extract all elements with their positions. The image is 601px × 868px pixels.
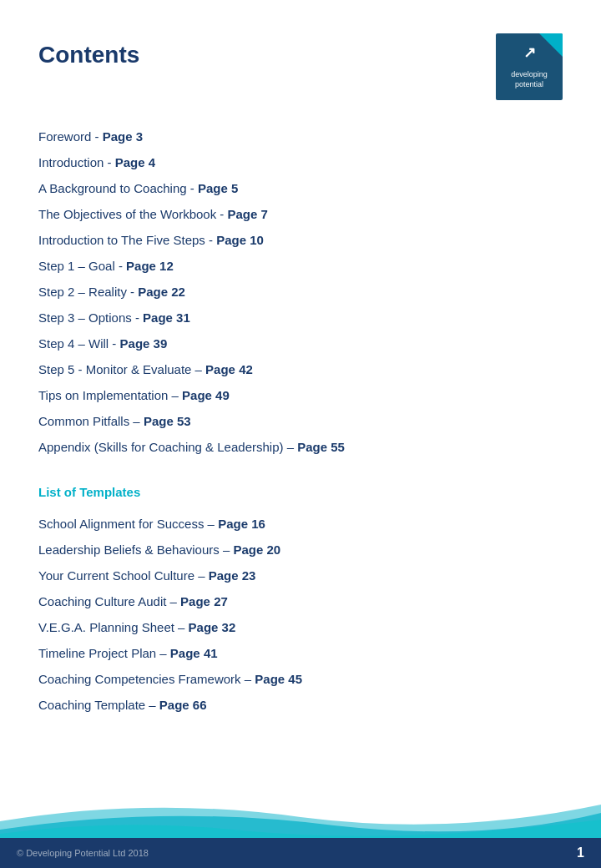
template-item: Timeline Project Plan – Page 41 [38,640,563,666]
logo-text: developing potential [511,70,548,89]
template-item: Coaching Template – Page 66 [38,692,563,718]
template-item: School Alignment for Success – Page 16 [38,511,563,537]
toc-item: The Objectives of the Workbook - Page 7 [38,201,563,227]
toc-item: Appendix (Skills for Coaching & Leadersh… [38,434,563,460]
toc-item: Introduction - Page 4 [38,149,563,175]
logo: ↗ developing potential [496,33,563,100]
toc-item: A Background to Coaching - Page 5 [38,175,563,201]
toc-item: Step 5 - Monitor & Evaluate – Page 42 [38,356,563,382]
main-content: Contents ↗ developing potential Foreword… [0,0,601,788]
toc-item: Step 2 – Reality - Page 22 [38,279,563,305]
footer-bar: © Developing Potential Ltd 2018 1 [0,838,601,868]
footer-wave-decoration [0,788,601,838]
footer-page-number: 1 [577,845,584,860]
logo-arrow-icon: ↗ [523,43,536,62]
template-item: V.E.G.A. Planning Sheet – Page 32 [38,614,563,640]
page-title: Contents [38,42,139,68]
template-item: Your Current School Culture – Page 23 [38,563,563,588]
toc-item: Tips on Implementation – Page 49 [38,382,563,408]
toc-item: Common Pitfalls – Page 53 [38,408,563,434]
toc-item: Step 4 – Will - Page 39 [38,331,563,356]
template-item: Coaching Competencies Framework – Page 4… [38,666,563,692]
toc-item: Introduction to The Five Steps - Page 10 [38,227,563,253]
template-item: Coaching Culture Audit – Page 27 [38,588,563,614]
page: Contents ↗ developing potential Foreword… [0,0,601,868]
table-of-contents: Foreword - Page 3Introduction - Page 4A … [38,124,563,460]
toc-item: Step 3 – Options - Page 31 [38,305,563,331]
footer-copyright: © Developing Potential Ltd 2018 [17,848,149,858]
header-row: Contents ↗ developing potential [38,33,563,100]
template-item: Leadership Beliefs & Behaviours – Page 2… [38,537,563,563]
templates-section-title: List of Templates [38,485,563,499]
templates-list: School Alignment for Success – Page 16Le… [38,511,563,718]
toc-item: Foreword - Page 3 [38,124,563,149]
toc-item: Step 1 – Goal - Page 12 [38,253,563,279]
